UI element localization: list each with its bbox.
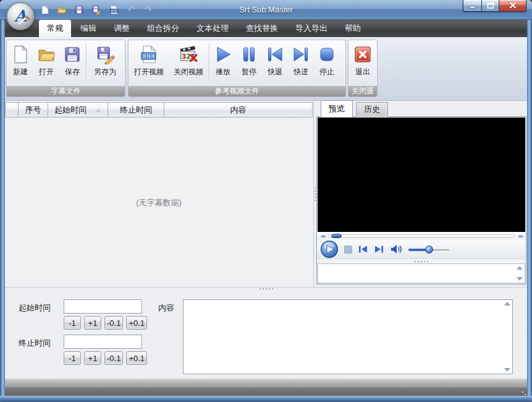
- content-textarea-wrap: [183, 299, 513, 374]
- tab-text-processing[interactable]: 文本处理: [188, 20, 237, 37]
- player-next-button[interactable]: [374, 244, 384, 254]
- close-icon: [509, 2, 517, 9]
- player-controls: [317, 240, 526, 259]
- qat-undo-icon[interactable]: ↶: [126, 5, 136, 15]
- end-minus-1-button[interactable]: -1: [64, 351, 81, 365]
- ribbon-button-label: 关闭视频: [174, 67, 203, 77]
- end-plus-1-button[interactable]: +1: [84, 351, 101, 365]
- end-plus-0.1-button[interactable]: +0.1: [126, 351, 147, 365]
- sort-ascending-icon: [95, 108, 101, 112]
- content-label: 内容: [158, 302, 174, 314]
- ribbon-button-label: 退出: [355, 67, 370, 77]
- quick-access-toolbar: ↶ ↷: [40, 4, 153, 15]
- column-header-start-time[interactable]: 起始时间: [48, 102, 108, 118]
- group-body: 打开视频 321 关闭视频 播放: [129, 40, 345, 86]
- ribbon: 新建 打开 保存: [5, 37, 527, 101]
- volume-slider[interactable]: [408, 246, 449, 254]
- column-header-label: 起始时间: [54, 105, 87, 116]
- seek-forward-icon[interactable]: ▶▶: [518, 232, 523, 240]
- qat-new-icon[interactable]: [40, 5, 49, 15]
- start-plus-0.1-button[interactable]: +0.1: [126, 316, 147, 330]
- player-previous-button[interactable]: [358, 244, 368, 254]
- volume-thumb[interactable]: [425, 246, 433, 254]
- scroll-down-icon[interactable]: [504, 368, 510, 372]
- column-header-end-time[interactable]: 终止时间: [108, 102, 164, 118]
- ribbon-close-video-button[interactable]: 321 关闭视频: [169, 41, 208, 86]
- ribbon-group-label: 关闭退出: [348, 86, 377, 96]
- qat-open-icon[interactable]: [57, 5, 67, 15]
- qat-redo-icon[interactable]: ↷: [143, 5, 153, 15]
- ribbon-group-label: 字幕文件: [7, 86, 125, 96]
- subtitle-table: 序号 起始时间 终止时间 内容 (无字幕数据): [5, 101, 314, 287]
- tab-adjust[interactable]: 调整: [106, 20, 138, 37]
- content-scrollbar[interactable]: [502, 301, 512, 373]
- content-textarea[interactable]: [184, 300, 512, 374]
- end-time-adjust-buttons: -1 +1 -0.1 +0.1: [64, 351, 147, 365]
- ribbon-group-reference-video: 打开视频 321 关闭视频 播放: [128, 40, 346, 97]
- scroll-up-icon[interactable]: [517, 266, 523, 270]
- volume-mute-button[interactable]: [390, 244, 403, 255]
- scroll-up-icon[interactable]: [504, 302, 510, 306]
- ribbon-button-label: 另存为: [94, 67, 116, 77]
- tab-history[interactable]: 历史: [356, 102, 388, 117]
- qat-save-as-icon[interactable]: [91, 5, 101, 15]
- resize-grip-icon[interactable]: [522, 391, 523, 393]
- ribbon-play-button[interactable]: 播放: [210, 41, 236, 86]
- save-icon: [62, 44, 83, 65]
- start-minus-0.1-button[interactable]: -0.1: [104, 316, 123, 330]
- ribbon-pause-button[interactable]: 暂停: [236, 41, 262, 86]
- minimize-icon: [469, 2, 476, 9]
- tab-combine-split[interactable]: 组合拆分: [139, 20, 187, 37]
- empty-table-message: (无字幕数据): [5, 197, 313, 208]
- ribbon-stop-button[interactable]: 停止: [314, 41, 340, 86]
- preview-text-box[interactable]: [318, 263, 525, 283]
- qat-save-icon[interactable]: [74, 5, 84, 15]
- paintbrush-icon: [18, 15, 32, 25]
- column-header-marker[interactable]: [5, 102, 19, 118]
- ribbon-save-as-button[interactable]: 另存为: [87, 41, 123, 86]
- ribbon-open-button[interactable]: 打开: [33, 41, 59, 86]
- ribbon-forward-button[interactable]: 快进: [288, 41, 314, 86]
- seek-track[interactable]: [327, 234, 515, 237]
- close-button[interactable]: [499, 0, 526, 12]
- tab-help[interactable]: 帮助: [337, 20, 369, 37]
- fast-forward-icon: [290, 44, 311, 65]
- qat-open-video-icon[interactable]: [109, 5, 119, 15]
- tab-find-replace[interactable]: 查找替换: [238, 20, 286, 37]
- window-frame-right: [527, 20, 532, 396]
- group-body: 退出: [348, 40, 377, 86]
- tab-edit[interactable]: 编辑: [72, 20, 104, 37]
- seek-back-icon[interactable]: ◀◀: [320, 232, 324, 240]
- preview-text-scrollbar[interactable]: [515, 265, 524, 282]
- splitter-grip-icon: [315, 187, 316, 201]
- ribbon-group-close-exit: 退出 关闭退出: [348, 40, 378, 97]
- tab-import-export[interactable]: 导入导出: [287, 20, 336, 37]
- scroll-down-icon[interactable]: [517, 277, 523, 281]
- minimize-button[interactable]: [463, 0, 482, 12]
- start-minus-1-button[interactable]: -1: [64, 316, 81, 330]
- ribbon-exit-button[interactable]: 退出: [349, 41, 376, 86]
- column-header-content[interactable]: 内容: [164, 102, 313, 118]
- video-display[interactable]: [318, 118, 525, 232]
- column-header-index[interactable]: 序号: [19, 102, 48, 118]
- seek-thumb[interactable]: [331, 234, 342, 238]
- player-stop-button[interactable]: [344, 246, 352, 254]
- ribbon-button-label: 保存: [65, 67, 80, 77]
- end-time-label: 终止时间: [19, 338, 51, 349]
- player-play-button[interactable]: [320, 240, 339, 259]
- ribbon-button-label: 停止: [319, 67, 334, 77]
- ribbon-new-button[interactable]: 新建: [7, 41, 33, 86]
- start-plus-1-button[interactable]: +1: [84, 316, 101, 330]
- ribbon-save-button[interactable]: 保存: [59, 41, 85, 86]
- start-time-input[interactable]: [64, 299, 142, 314]
- maximize-button[interactable]: [482, 0, 499, 12]
- panel-splitter[interactable]: [317, 259, 526, 263]
- end-minus-0.1-button[interactable]: -0.1: [104, 351, 123, 365]
- end-time-input[interactable]: [64, 335, 142, 349]
- ribbon-rewind-button[interactable]: 快退: [262, 41, 288, 86]
- tab-general[interactable]: 常规: [39, 20, 71, 37]
- ribbon-open-video-button[interactable]: 打开视频: [129, 41, 169, 86]
- app-logo-button[interactable]: A: [6, 2, 35, 30]
- status-bar: [5, 377, 527, 396]
- tab-preview[interactable]: 预览: [321, 100, 353, 117]
